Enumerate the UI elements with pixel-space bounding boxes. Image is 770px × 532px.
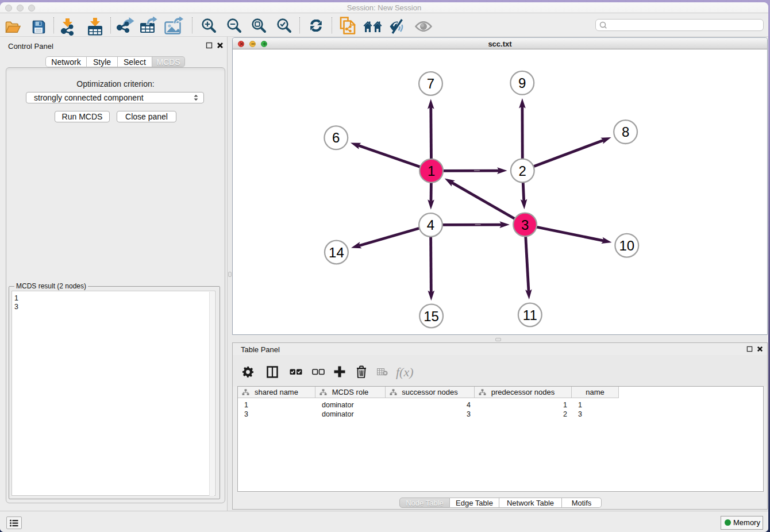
svg-text:14: 14: [329, 245, 344, 260]
svg-text:9: 9: [518, 75, 526, 91]
svg-text:15: 15: [424, 309, 439, 324]
svg-text:1: 1: [428, 163, 435, 179]
svg-text:6: 6: [332, 130, 340, 145]
svg-text:11: 11: [523, 307, 537, 323]
svg-text:2: 2: [519, 163, 526, 179]
svg-text:7: 7: [427, 76, 434, 91]
svg-text:10: 10: [619, 238, 634, 253]
svg-text:8: 8: [622, 124, 629, 140]
svg-text:3: 3: [521, 217, 529, 233]
svg-text:4: 4: [427, 217, 434, 233]
